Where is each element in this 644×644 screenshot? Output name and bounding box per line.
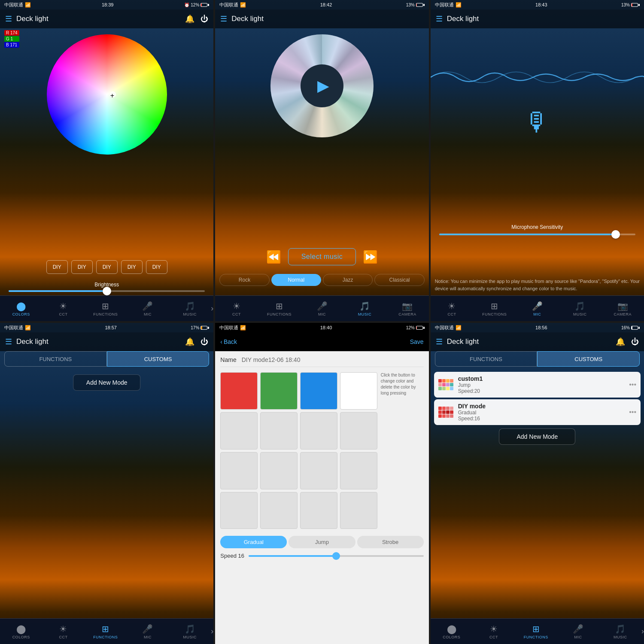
alarm-nav-icon-6[interactable]: 🔔 <box>616 337 625 346</box>
power-icon-1[interactable]: ⏻ <box>200 15 208 24</box>
tab-music-1[interactable]: 🎵 MUSIC <box>169 301 211 316</box>
tab-mic-2[interactable]: 🎤 MIC <box>301 301 343 316</box>
tab-mic-1[interactable]: 🎤 MIC <box>127 301 169 316</box>
color-cell-8[interactable] <box>220 452 258 489</box>
tab-mic-3[interactable]: 🎤 MIC <box>516 301 559 316</box>
tab-music-2[interactable]: 🎵 MUSIC <box>343 301 386 316</box>
mode-strobe[interactable]: Strobe <box>357 536 424 548</box>
back-chevron-icon: ‹ <box>220 338 222 345</box>
menu-icon-4[interactable]: ☰ <box>5 337 12 346</box>
select-music-button[interactable]: Select music <box>288 248 356 265</box>
cd-player[interactable]: ▶ <box>270 34 374 137</box>
c0-8 <box>438 387 442 390</box>
genre-jazz[interactable]: Jazz <box>323 274 373 286</box>
back-button[interactable]: ‹ Back <box>220 338 237 345</box>
custom-item-more-1[interactable]: ••• <box>629 408 636 416</box>
mode-jump[interactable]: Jump <box>289 536 355 548</box>
tab-music-4[interactable]: 🎵 MUSIC <box>169 624 211 639</box>
tab-functions-fc-6[interactable]: FUNCTIONS <box>435 351 538 367</box>
tab-functions-3[interactable]: ⊞ FUNCTIONS <box>473 301 516 316</box>
color-cell-3[interactable] <box>340 372 377 410</box>
tab-more-1[interactable]: › <box>211 304 213 313</box>
tab-colors[interactable]: ⬤ COLORS <box>0 301 42 316</box>
sensitivity-slider[interactable] <box>439 234 635 235</box>
tab-more-4[interactable]: › <box>211 627 213 636</box>
sensitivity-thumb[interactable] <box>611 230 620 239</box>
genre-rock[interactable]: Rock <box>219 274 269 286</box>
tab-more-6[interactable]: › <box>641 627 644 636</box>
tab-functions-6[interactable]: ⊞ FUNCTIONS <box>515 624 557 639</box>
tab-colors-6[interactable]: ⬤ COLORS <box>431 624 473 639</box>
color-cell-7[interactable] <box>340 412 377 450</box>
color-wheel-container[interactable]: + <box>47 34 167 155</box>
diy-btn-3[interactable]: DIY <box>96 260 118 274</box>
prev-button[interactable]: ⏪ <box>266 250 281 264</box>
color-cell-10[interactable] <box>300 452 337 489</box>
color-cell-14[interactable] <box>300 492 337 529</box>
power-icon-6[interactable]: ⏻ <box>631 337 639 346</box>
custom-item-1[interactable]: DIY mode Gradual Speed:16 ••• <box>434 399 641 425</box>
music-icon-6: 🎵 <box>615 624 626 634</box>
color-cell-11[interactable] <box>340 452 377 489</box>
tab-cct-2[interactable]: ☀ CCT <box>215 301 258 316</box>
tab-music-6[interactable]: 🎵 MUSIC <box>599 624 641 639</box>
save-button[interactable]: Save <box>410 338 424 345</box>
menu-icon-6[interactable]: ☰ <box>436 337 443 346</box>
color-cell-5[interactable] <box>260 412 298 450</box>
genre-classical[interactable]: Classical <box>374 274 424 286</box>
color-wheel[interactable]: + <box>47 34 167 155</box>
tab-camera[interactable]: 📷 CAMERA <box>386 301 428 316</box>
color-cell-6[interactable] <box>300 412 337 450</box>
tab-functions-2[interactable]: ⊞ FUNCTIONS <box>258 301 301 316</box>
speed-thumb[interactable] <box>332 552 340 560</box>
mic-large-icon[interactable]: 🎙 <box>524 107 550 137</box>
name-input[interactable] <box>242 356 424 363</box>
genre-normal[interactable]: Normal <box>271 274 321 286</box>
next-button[interactable]: ⏩ <box>363 250 378 264</box>
diy-btn-4[interactable]: DIY <box>121 260 143 274</box>
alarm-nav-icon-4[interactable]: 🔔 <box>185 337 194 346</box>
functions-label-4: FUNCTIONS <box>93 635 118 639</box>
menu-icon-3[interactable]: ☰ <box>436 14 443 24</box>
tab-functions-1[interactable]: ⊞ FUNCTIONS <box>85 301 127 316</box>
tab-functions-4[interactable]: ⊞ FUNCTIONS <box>85 624 127 639</box>
diy-btn-1[interactable]: DIY <box>46 260 68 274</box>
menu-icon-1[interactable]: ☰ <box>5 14 12 24</box>
tab-mic-6[interactable]: 🎤 MIC <box>557 624 599 639</box>
add-mode-button-6[interactable]: Add New Mode <box>499 428 575 445</box>
tab-music-3[interactable]: 🎵 MUSIC <box>559 301 601 316</box>
tab-customs-fc-6[interactable]: CUSTOMS <box>537 351 640 367</box>
color-cell-4[interactable] <box>220 412 258 450</box>
color-cell-12[interactable] <box>220 492 258 529</box>
color-cell-9[interactable] <box>260 452 298 489</box>
color-cell-13[interactable] <box>260 492 298 529</box>
tab-cct-4[interactable]: ☀ CCT <box>42 624 84 639</box>
tab-colors-4[interactable]: ⬤ COLORS <box>0 624 42 639</box>
brightness-thumb[interactable] <box>103 287 111 295</box>
power-icon-4[interactable]: ⏻ <box>200 337 208 346</box>
alarm-nav-icon-1[interactable]: 🔔 <box>185 14 194 24</box>
custom-item-more-0[interactable]: ••• <box>629 381 636 389</box>
color-cell-0[interactable] <box>220 372 258 410</box>
tab-cct-1[interactable]: ☀ CCT <box>42 301 84 316</box>
tab-mic-4[interactable]: 🎤 MIC <box>127 624 169 639</box>
tab-functions-fc-4[interactable]: FUNCTIONS <box>4 351 107 367</box>
brightness-slider[interactable] <box>9 290 205 292</box>
custom-item-0[interactable]: custom1 Jump Speed:20 ••• <box>434 372 641 398</box>
diy-btn-2[interactable]: DIY <box>71 260 93 274</box>
menu-icon-2[interactable]: ☰ <box>220 14 227 24</box>
tab-customs-fc-4[interactable]: CUSTOMS <box>107 351 210 367</box>
tab-camera-3[interactable]: 📷 CAMERA <box>601 301 644 316</box>
add-mode-button-4[interactable]: Add New Mode <box>73 374 141 391</box>
tab-cct-3[interactable]: ☀ CCT <box>431 301 473 316</box>
mode-gradual[interactable]: Gradual <box>220 536 287 548</box>
color-cell-2[interactable] <box>300 372 337 410</box>
diy-btn-5[interactable]: DIY <box>146 260 167 274</box>
play-icon[interactable]: ▶ <box>317 77 329 95</box>
speed-slider[interactable] <box>249 555 424 557</box>
battery-pct-2: 13% <box>406 3 415 7</box>
color-cell-1[interactable] <box>260 372 298 410</box>
color-cell-15[interactable] <box>340 492 377 529</box>
color-wheel-cursor[interactable]: + <box>110 91 116 97</box>
tab-cct-6[interactable]: ☀ CCT <box>473 624 515 639</box>
